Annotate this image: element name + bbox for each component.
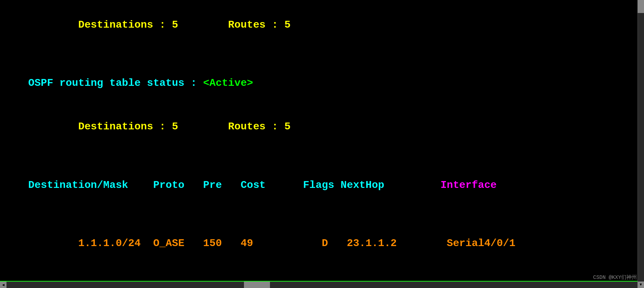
scrollbar-left-arrow[interactable]: ◀ (0, 281, 7, 288)
row1-dest: 1.1.1.0/24 O_ASE 150 49 D 23.1.1.2 Seria… (28, 237, 516, 249)
destinations-routes-text-1: Destinations : 5 Routes : 5 (28, 19, 291, 31)
scrollbar-down-arrow[interactable]: ▼ (637, 281, 644, 288)
line-empty-2 (3, 149, 634, 164)
scrollbar-vertical-track[interactable]: ▲ ▼ (637, 0, 644, 288)
table-header: Destination/Mask Proto Pre Cost Flags Ne… (3, 164, 634, 207)
table-header-interface: Interface (440, 179, 497, 191)
ospf-active-tag: <Active> (203, 77, 253, 89)
terminal: Destinations : 5 Routes : 5 OSPF routing… (0, 0, 637, 281)
scrollbar-horizontal-thumb[interactable] (244, 281, 270, 288)
table-row-1: 1.1.1.0/24 O_ASE 150 49 D 23.1.1.2 Seria… (3, 222, 634, 265)
line-ospf-active: OSPF routing table status : <Active> (3, 61, 634, 105)
ospf-status-label-active: OSPF routing table status : (28, 77, 203, 89)
watermark: CSDN @KXY们神州 (593, 274, 637, 281)
table-header-main: Destination/Mask Proto Pre Cost Flags Ne… (28, 179, 440, 191)
destinations-routes-text-2: Destinations : 5 Routes : 5 (28, 121, 291, 133)
scrollbar-horizontal-track[interactable]: ◀ (0, 281, 637, 288)
line-destinations-routes-1: Destinations : 5 Routes : 5 (3, 3, 634, 47)
line-empty-3 (3, 207, 634, 222)
line-empty-1 (3, 47, 634, 61)
line-destinations-routes-2: Destinations : 5 Routes : 5 (3, 105, 634, 149)
scrollbar-vertical-thumb[interactable] (637, 0, 644, 13)
table-row-2: 2.2.2.0/24 O_ASE 150 49 D 23.1.1.2 Seria… (3, 265, 634, 281)
